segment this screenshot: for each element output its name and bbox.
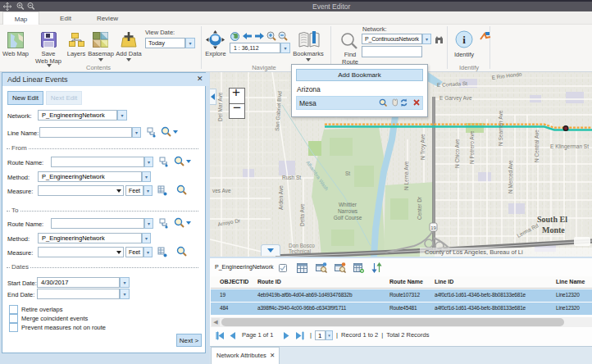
svg-text:N Potrero Ave: N Potrero Ave [469,130,475,164]
svg-text:N Central Ave: N Central Ave [534,130,540,162]
svg-text:Rush St: Rush St [282,175,301,180]
svg-text:N Merced Ave: N Merced Ave [508,160,513,193]
svg-text:E Garvey Ave: E Garvey Ave [439,95,472,102]
svg-text:ves Ave: ves Ave [212,188,231,193]
svg-text:Whittier: Whittier [339,202,357,207]
svg-text:i: i [462,34,466,46]
svg-text:N Lema Ave: N Lema Ave [403,161,409,190]
svg-text:Del Mar Ave: Del Mar Ave [217,92,223,121]
svg-text:St: St [345,171,350,176]
svg-text:E Klingerman St: E Klingerman St [550,143,589,150]
svg-text:County of Los Angeles, Bureau: County of Los Angeles, Bureau of Li [425,248,523,256]
svg-text:Technical: Technical [289,248,312,254]
svg-text:Center Dr: Center Dr [417,196,422,220]
svg-text:Arden Ave: Arden Ave [278,185,284,210]
svg-text:N Chico Ave: N Chico Ave [454,139,460,168]
svg-text:Narrows: Narrows [338,208,358,214]
svg-text:Delta Ave: Delta Ave [299,203,305,226]
svg-text:South El: South El [537,215,567,224]
svg-text:N Seaman Ave: N Seaman Ave [498,110,503,146]
svg-text:Golf Course: Golf Course [334,215,362,221]
svg-text:N Troy Ave: N Troy Ave [420,134,426,160]
svg-text:Monte: Monte [542,225,565,234]
svg-text:19: 19 [430,225,436,230]
svg-text:Don Bosco: Don Bosco [289,243,315,248]
